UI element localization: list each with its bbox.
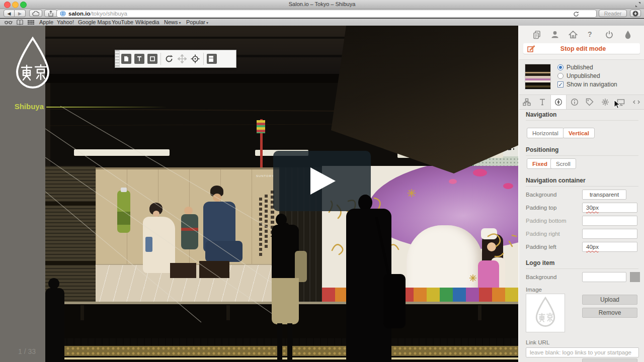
vertical-label: Vertical [569, 130, 589, 136]
browser-toolbar: ◀ ▶ salon.io/tokyo/shibuya Reader [0, 9, 644, 18]
logo-background-swatch[interactable] [630, 272, 640, 282]
forward-button[interactable]: ▶ [15, 10, 26, 17]
positioning-section-title: Positioning [526, 146, 558, 153]
partial-button[interactable] [582, 358, 637, 362]
downloads-button[interactable] [630, 10, 641, 17]
download-icon [632, 11, 638, 17]
tab-navigation[interactable] [550, 95, 567, 109]
rotate-icon [165, 54, 174, 63]
back-icon: ◀ [8, 11, 11, 16]
pages-icon[interactable] [532, 30, 541, 39]
address-bar[interactable]: salon.io/tokyo/shibuya [56, 10, 597, 18]
upload-label: Upload [600, 296, 619, 303]
panel-top-bar: ? Stop edit mode [519, 26, 644, 60]
remove-button[interactable]: Remove [582, 308, 637, 318]
slide-counter: 1 / 33 [18, 347, 36, 355]
link-url-input[interactable] [526, 347, 639, 357]
scroll-label: Scroll [556, 161, 571, 167]
divider [526, 155, 638, 156]
padding-top-input[interactable]: 30px [582, 203, 637, 213]
bookmark-youtube[interactable]: YouTube [112, 19, 133, 26]
caret-down-icon: ▾ [179, 21, 181, 25]
reader-label: Reader [604, 11, 621, 17]
image-tool-button[interactable] [120, 53, 133, 64]
padding-left-input[interactable]: 40px [582, 242, 637, 252]
user-icon[interactable] [550, 30, 559, 39]
padding-top-label: Padding top [526, 205, 556, 211]
bookmark-google-maps[interactable]: Google Maps [78, 19, 111, 26]
divider [526, 268, 638, 269]
bookmarks-icon[interactable] [17, 20, 23, 25]
positioning-fixed-button[interactable]: Fixed [527, 158, 553, 169]
help-icon[interactable]: ? [588, 30, 592, 38]
top-sites-icon[interactable] [28, 20, 34, 25]
video-play-overlay[interactable] [273, 151, 371, 211]
fixed-label: Fixed [532, 161, 547, 167]
silhouette-left [45, 288, 64, 362]
bookmark-wikipedia[interactable]: Wikipedia [135, 19, 159, 26]
editor-toolbar [115, 50, 236, 68]
reader-button[interactable]: Reader [599, 10, 627, 17]
home-icon[interactable] [569, 30, 578, 39]
text-style-icon [538, 98, 546, 106]
layout-tool-button[interactable] [205, 53, 218, 64]
upload-button[interactable]: Upload [582, 295, 637, 305]
share-button[interactable] [44, 10, 57, 17]
editor-panel: ? Stop edit mode Published Unpublished ✓… [518, 26, 644, 362]
toolbar-drag-handle[interactable] [115, 50, 120, 67]
tab-text[interactable] [535, 95, 550, 109]
positioning-scroll-button[interactable]: Scroll [550, 158, 576, 169]
bookmark-yahoo[interactable]: Yahoo! [57, 19, 74, 26]
silhouette-woman-leg [277, 323, 282, 362]
bookmark-apple[interactable]: Apple [39, 19, 53, 26]
logo-image-label: Image [526, 287, 542, 293]
navigation-section-title: Navigation [526, 111, 556, 118]
tokyo-logo[interactable] [13, 36, 53, 94]
published-radio[interactable] [557, 64, 564, 70]
bookmark-popular-label: Popular [186, 19, 205, 25]
text-tool-button[interactable] [133, 53, 146, 64]
divider [526, 120, 638, 121]
tab-settings[interactable] [598, 95, 613, 109]
logo-background-label: Background [526, 274, 556, 280]
padding-top-value: 30px [586, 205, 599, 211]
window-title: Salon.io – Tokyo – Shibuya [0, 1, 644, 7]
sidebar-item-shibuya[interactable]: Shibuya [0, 102, 44, 111]
logo-image-preview [526, 294, 565, 332]
tab-code[interactable] [628, 95, 644, 109]
power-icon[interactable] [605, 30, 614, 39]
icloud-button[interactable] [29, 10, 42, 17]
background-label: Background [526, 192, 556, 198]
cloud-icon [32, 11, 39, 16]
show-in-navigation-checkbox[interactable]: ✓ [557, 81, 564, 87]
padding-right-input[interactable] [582, 229, 637, 239]
target-tool-button[interactable] [189, 53, 202, 64]
stop-edit-mode-button[interactable]: Stop edit mode [523, 43, 640, 54]
move-tool-button[interactable] [176, 53, 189, 64]
unpublished-radio[interactable] [557, 73, 564, 79]
nav-vertical-button[interactable]: Vertical [563, 128, 595, 138]
reload-icon[interactable] [573, 11, 579, 17]
tab-info[interactable] [567, 95, 582, 109]
droplet-icon[interactable] [624, 30, 632, 39]
info-icon [571, 98, 579, 106]
frame-icon [147, 54, 157, 64]
logo-background-input[interactable] [582, 272, 626, 282]
background-input[interactable]: transparent [582, 190, 626, 200]
silhouette-man-bag [383, 274, 406, 328]
bookmark-news-label: News [164, 19, 178, 25]
nav-horizontal-button[interactable]: Horizontal [527, 128, 564, 138]
frame-tool-button[interactable] [146, 53, 159, 64]
rotate-tool-button[interactable] [163, 53, 176, 64]
tab-layout[interactable] [519, 95, 535, 109]
tab-tags[interactable] [582, 95, 598, 109]
logo-item-section-title: Logo item [526, 259, 554, 266]
page-thumbnail[interactable] [525, 64, 551, 89]
back-button[interactable]: ◀ [4, 10, 15, 17]
show-in-navigation-label: Show in navigation [567, 81, 617, 88]
padding-bottom-input[interactable] [582, 216, 637, 226]
play-icon[interactable] [310, 167, 336, 195]
fullscreen-icon[interactable] [635, 2, 641, 8]
published-label: Published [567, 64, 593, 71]
reading-list-icon[interactable] [5, 20, 13, 25]
